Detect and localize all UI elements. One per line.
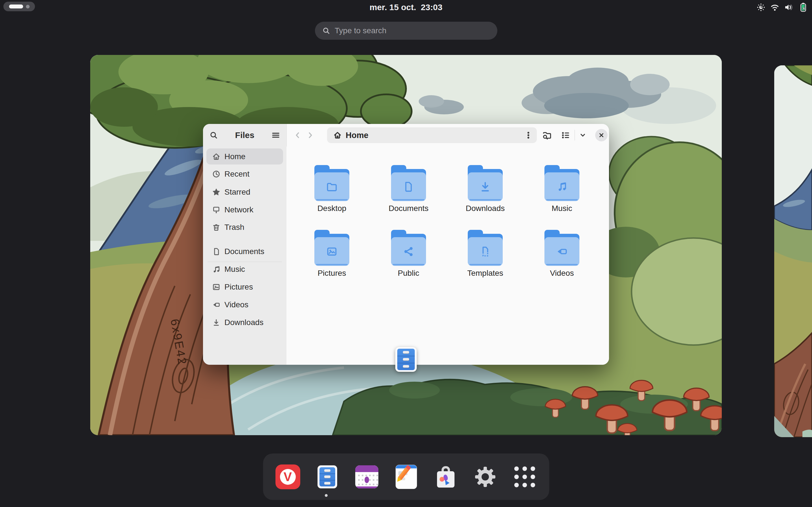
search-folder-button[interactable] — [541, 129, 553, 142]
sidebar-item-home[interactable]: Home — [206, 149, 283, 165]
window-search-button[interactable] — [207, 129, 220, 142]
list-view-icon — [561, 130, 570, 140]
sidebar-label: Pictures — [224, 283, 253, 291]
share-emblem — [402, 245, 415, 258]
sidebar-item-pictures[interactable]: Pictures — [206, 279, 283, 295]
workspace-indicator[interactable] — [3, 2, 35, 11]
chevron-right-icon — [306, 131, 314, 139]
folder-music[interactable]: Music — [528, 163, 596, 213]
sidebar-label: Videos — [224, 300, 248, 309]
view-options-button[interactable] — [578, 129, 588, 142]
gear-icon — [473, 464, 498, 489]
dock-software-icon[interactable] — [434, 464, 458, 489]
document-emblem — [402, 180, 415, 193]
files-header-sidebar: Files — [203, 124, 287, 147]
folder-label: Public — [398, 269, 419, 278]
close-window-button[interactable] — [595, 129, 608, 142]
folder-templates[interactable]: Templates — [451, 228, 519, 278]
folder-documents[interactable]: Documents — [375, 163, 442, 213]
trash-icon — [212, 223, 220, 231]
star-icon — [212, 188, 220, 196]
sidebar-label: Downloads — [224, 318, 264, 327]
sidebar-item-downloads[interactable]: Downloads — [206, 314, 283, 330]
folder-label: Desktop — [317, 204, 347, 213]
sidebar-label: Starred — [224, 187, 250, 196]
download-icon — [212, 318, 220, 327]
music-emblem — [555, 180, 568, 193]
overview-search[interactable] — [315, 22, 497, 40]
dock-calendar-icon[interactable] — [354, 464, 379, 489]
folder-emblem — [325, 180, 338, 193]
back-button[interactable] — [292, 129, 304, 142]
top-bar: mer. 15 oct. 23:03 — [0, 0, 812, 15]
folder-downloads[interactable]: Downloads — [451, 163, 519, 213]
workspace-dot — [26, 5, 30, 8]
dock-files-icon[interactable] — [315, 464, 340, 489]
dock: V — [263, 453, 549, 500]
files-sidebar: Home Recent Starred — [203, 147, 287, 365]
sidebar-item-music[interactable]: Music — [206, 261, 283, 277]
files-cabinet-icon — [397, 349, 415, 370]
sidebar-label: Network — [224, 205, 253, 214]
system-status-area[interactable] — [757, 0, 808, 15]
dock-settings-icon[interactable] — [473, 464, 498, 489]
folder-pictures[interactable]: Pictures — [298, 228, 366, 278]
forward-button[interactable] — [304, 129, 316, 142]
dock-app-grid-icon[interactable] — [512, 464, 537, 489]
folder-label: Downloads — [466, 204, 505, 213]
volume-icon — [784, 3, 794, 11]
folder-public[interactable]: Public — [375, 228, 442, 278]
folder-label: Templates — [467, 269, 503, 278]
hamburger-icon — [271, 131, 280, 140]
sidebar-item-documents[interactable]: Documents — [206, 243, 283, 260]
search-input[interactable] — [334, 26, 495, 36]
picture-emblem — [325, 245, 338, 258]
folder-videos[interactable]: Videos — [528, 228, 596, 278]
folder-search-icon — [542, 130, 552, 140]
files-running-indicator — [325, 494, 327, 497]
files-window[interactable]: Files — [203, 124, 609, 365]
search-icon — [322, 27, 330, 35]
sidebar-item-trash[interactable]: Trash — [206, 219, 283, 235]
files-app-badge-icon[interactable] — [395, 347, 417, 372]
picture-icon — [212, 283, 220, 291]
sidebar-item-starred[interactable]: Starred — [206, 184, 283, 200]
list-view-button[interactable] — [559, 129, 572, 142]
sidebar-item-recent[interactable]: Recent — [206, 166, 283, 182]
window-title: Files — [220, 130, 269, 140]
folder-label: Videos — [550, 269, 574, 278]
sidebar-label: Home — [224, 152, 246, 161]
sidebar-item-videos[interactable]: Videos — [206, 297, 283, 313]
sidebar-label: Recent — [224, 170, 250, 179]
battery-charging-icon — [799, 3, 808, 12]
chevron-down-icon — [579, 131, 587, 139]
folder-label: Music — [552, 204, 572, 213]
dock-text-editor-icon[interactable] — [394, 464, 419, 489]
clock[interactable]: mer. 15 oct. 23:03 — [0, 0, 812, 15]
night-light-icon — [757, 3, 765, 11]
dock-vivaldi-icon[interactable]: V — [275, 464, 300, 489]
recent-icon — [212, 170, 220, 178]
folder-label: Pictures — [317, 269, 346, 278]
folder-label: Documents — [389, 204, 428, 213]
main-menu-button[interactable] — [269, 129, 282, 142]
home-icon — [333, 131, 342, 139]
folder-desktop[interactable]: Desktop — [298, 163, 366, 213]
wifi-icon — [770, 3, 779, 11]
sidebar-item-network[interactable]: Network — [206, 202, 283, 218]
files-content: Desktop Documents — [287, 147, 609, 365]
wallpaper-art-next — [774, 65, 812, 437]
video-icon — [212, 300, 220, 309]
workspace-dot-active — [9, 4, 23, 8]
search-icon — [209, 131, 218, 139]
close-icon — [598, 131, 605, 139]
video-emblem — [555, 245, 568, 258]
header-divider — [574, 130, 575, 140]
gnome-overview: 6x9E42 — [0, 0, 812, 507]
path-bar[interactable]: Home — [327, 127, 537, 143]
workspace-thumbnail-next[interactable] — [774, 65, 812, 437]
sidebar-label: Trash — [224, 223, 245, 232]
kebab-menu-icon[interactable] — [524, 131, 533, 140]
chevron-left-icon — [294, 131, 302, 139]
template-emblem — [479, 245, 492, 258]
